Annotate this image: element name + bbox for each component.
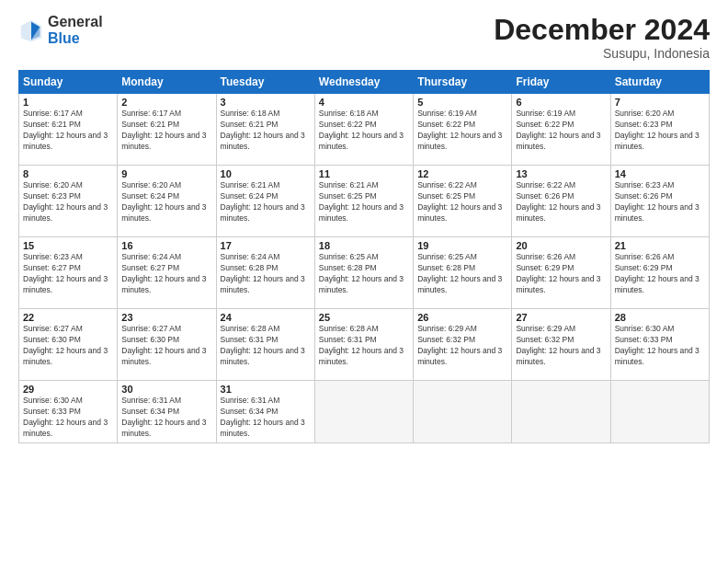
calendar-cell: 6 Sunrise: 6:19 AM Sunset: 6:22 PM Dayli… [512,94,610,166]
calendar-cell: 8 Sunrise: 6:20 AM Sunset: 6:23 PM Dayli… [19,166,118,237]
th-friday: Friday [512,71,610,94]
logo-blue-text: Blue [48,30,103,47]
day-number: 19 [417,240,507,251]
day-number: 21 [615,240,705,251]
calendar-row: 22 Sunrise: 6:27 AM Sunset: 6:30 PM Dayl… [19,309,710,381]
day-info: Sunrise: 6:25 AM Sunset: 6:28 PM Dayligh… [417,252,507,296]
day-number: 8 [23,168,113,179]
day-info: Sunrise: 6:22 AM Sunset: 6:25 PM Dayligh… [417,180,507,224]
logo-icon [18,17,44,43]
day-info: Sunrise: 6:18 AM Sunset: 6:22 PM Dayligh… [319,109,409,153]
calendar-cell [414,381,512,443]
day-info: Sunrise: 6:29 AM Sunset: 6:32 PM Dayligh… [516,324,606,368]
day-number: 1 [23,97,113,108]
calendar-cell: 26 Sunrise: 6:29 AM Sunset: 6:32 PM Dayl… [414,309,512,381]
day-number: 28 [615,312,705,323]
day-number: 17 [221,240,311,251]
day-info: Sunrise: 6:30 AM Sunset: 6:33 PM Dayligh… [615,324,705,368]
day-number: 31 [221,384,311,395]
day-info: Sunrise: 6:28 AM Sunset: 6:31 PM Dayligh… [319,324,409,368]
day-info: Sunrise: 6:24 AM Sunset: 6:27 PM Dayligh… [121,252,211,296]
th-wednesday: Wednesday [314,71,413,94]
calendar-cell: 18 Sunrise: 6:25 AM Sunset: 6:28 PM Dayl… [314,237,413,309]
calendar-cell: 10 Sunrise: 6:21 AM Sunset: 6:24 PM Dayl… [216,166,314,237]
calendar-cell: 5 Sunrise: 6:19 AM Sunset: 6:22 PM Dayli… [414,94,512,166]
day-number: 14 [615,168,705,179]
day-info: Sunrise: 6:25 AM Sunset: 6:28 PM Dayligh… [319,252,409,296]
calendar-cell [512,381,610,443]
calendar-table: Sunday Monday Tuesday Wednesday Thursday… [18,70,710,443]
day-number: 9 [121,168,211,179]
th-monday: Monday [118,71,216,94]
calendar-cell: 15 Sunrise: 6:23 AM Sunset: 6:27 PM Dayl… [19,237,118,309]
day-info: Sunrise: 6:23 AM Sunset: 6:26 PM Dayligh… [615,180,705,224]
header: General Blue December 2024 Susupu, Indon… [18,14,710,61]
calendar-cell: 9 Sunrise: 6:20 AM Sunset: 6:24 PM Dayli… [118,166,216,237]
th-saturday: Saturday [610,71,709,94]
day-number: 13 [516,168,606,179]
calendar-cell: 21 Sunrise: 6:26 AM Sunset: 6:29 PM Dayl… [610,237,709,309]
th-sunday: Sunday [19,71,118,94]
day-number: 6 [516,97,606,108]
logo-general-text: General [48,14,103,30]
day-number: 15 [23,240,113,251]
day-info: Sunrise: 6:24 AM Sunset: 6:28 PM Dayligh… [221,252,311,296]
calendar-cell: 29 Sunrise: 6:30 AM Sunset: 6:33 PM Dayl… [19,381,118,443]
day-info: Sunrise: 6:31 AM Sunset: 6:34 PM Dayligh… [121,396,211,440]
calendar-cell: 3 Sunrise: 6:18 AM Sunset: 6:21 PM Dayli… [216,94,314,166]
day-number: 29 [23,384,113,395]
calendar-cell: 16 Sunrise: 6:24 AM Sunset: 6:27 PM Dayl… [118,237,216,309]
month-title: December 2024 [494,14,710,46]
day-number: 3 [221,97,311,108]
day-info: Sunrise: 6:20 AM Sunset: 6:23 PM Dayligh… [23,180,113,224]
calendar-cell: 11 Sunrise: 6:21 AM Sunset: 6:25 PM Dayl… [314,166,413,237]
day-info: Sunrise: 6:20 AM Sunset: 6:24 PM Dayligh… [121,180,211,224]
day-number: 18 [319,240,409,251]
day-info: Sunrise: 6:27 AM Sunset: 6:30 PM Dayligh… [23,324,113,368]
day-number: 22 [23,312,113,323]
day-info: Sunrise: 6:30 AM Sunset: 6:33 PM Dayligh… [23,396,113,440]
day-number: 5 [417,97,507,108]
day-info: Sunrise: 6:28 AM Sunset: 6:31 PM Dayligh… [221,324,311,368]
day-info: Sunrise: 6:29 AM Sunset: 6:32 PM Dayligh… [417,324,507,368]
logo-text: General Blue [48,14,103,46]
day-number: 4 [319,97,409,108]
day-number: 24 [221,312,311,323]
calendar-cell: 23 Sunrise: 6:27 AM Sunset: 6:30 PM Dayl… [118,309,216,381]
day-number: 2 [121,97,211,108]
calendar-cell: 24 Sunrise: 6:28 AM Sunset: 6:31 PM Dayl… [216,309,314,381]
calendar-cell: 20 Sunrise: 6:26 AM Sunset: 6:29 PM Dayl… [512,237,610,309]
day-info: Sunrise: 6:27 AM Sunset: 6:30 PM Dayligh… [121,324,211,368]
day-info: Sunrise: 6:22 AM Sunset: 6:26 PM Dayligh… [516,180,606,224]
day-number: 30 [121,384,211,395]
day-number: 27 [516,312,606,323]
calendar-cell: 17 Sunrise: 6:24 AM Sunset: 6:28 PM Dayl… [216,237,314,309]
calendar-cell [314,381,413,443]
day-info: Sunrise: 6:23 AM Sunset: 6:27 PM Dayligh… [23,252,113,296]
calendar-cell: 27 Sunrise: 6:29 AM Sunset: 6:32 PM Dayl… [512,309,610,381]
day-number: 16 [121,240,211,251]
calendar-cell: 14 Sunrise: 6:23 AM Sunset: 6:26 PM Dayl… [610,166,709,237]
day-info: Sunrise: 6:17 AM Sunset: 6:21 PM Dayligh… [23,109,113,153]
day-info: Sunrise: 6:21 AM Sunset: 6:25 PM Dayligh… [319,180,409,224]
calendar-cell [610,381,709,443]
calendar-cell: 31 Sunrise: 6:31 AM Sunset: 6:34 PM Dayl… [216,381,314,443]
calendar-row: 1 Sunrise: 6:17 AM Sunset: 6:21 PM Dayli… [19,94,710,166]
calendar-row: 29 Sunrise: 6:30 AM Sunset: 6:33 PM Dayl… [19,381,710,443]
day-number: 11 [319,168,409,179]
day-info: Sunrise: 6:18 AM Sunset: 6:21 PM Dayligh… [221,109,311,153]
calendar-cell: 4 Sunrise: 6:18 AM Sunset: 6:22 PM Dayli… [314,94,413,166]
weekday-header-row: Sunday Monday Tuesday Wednesday Thursday… [19,71,710,94]
day-info: Sunrise: 6:31 AM Sunset: 6:34 PM Dayligh… [221,396,311,440]
calendar-row: 8 Sunrise: 6:20 AM Sunset: 6:23 PM Dayli… [19,166,710,237]
calendar-cell: 2 Sunrise: 6:17 AM Sunset: 6:21 PM Dayli… [118,94,216,166]
day-number: 12 [417,168,507,179]
day-info: Sunrise: 6:20 AM Sunset: 6:23 PM Dayligh… [615,109,705,153]
day-number: 7 [615,97,705,108]
th-thursday: Thursday [414,71,512,94]
day-number: 10 [221,168,311,179]
day-info: Sunrise: 6:21 AM Sunset: 6:24 PM Dayligh… [221,180,311,224]
calendar-cell: 25 Sunrise: 6:28 AM Sunset: 6:31 PM Dayl… [314,309,413,381]
day-info: Sunrise: 6:26 AM Sunset: 6:29 PM Dayligh… [615,252,705,296]
day-number: 25 [319,312,409,323]
